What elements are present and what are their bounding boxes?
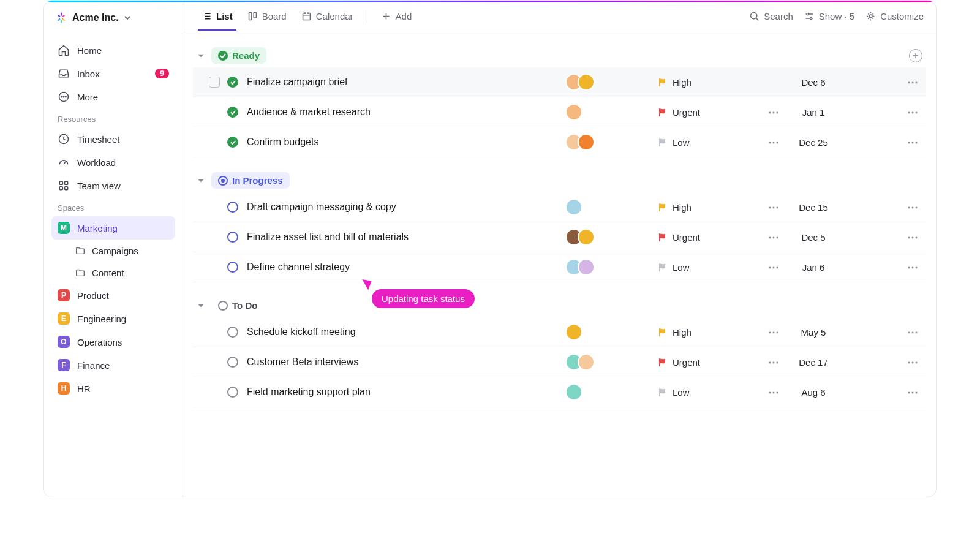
task-row[interactable]: Finalize asset list and bill of material…	[193, 222, 926, 252]
task-row[interactable]: Finalize campaign brief High Dec 6 ⋯	[193, 67, 926, 97]
task-row[interactable]: Draft campaign messaging & copy High ⋯ D…	[193, 192, 926, 222]
task-assignees[interactable]	[565, 353, 657, 371]
assignee-avatar[interactable]	[565, 323, 582, 341]
assignee-avatar[interactable]	[578, 134, 595, 151]
status-chip[interactable]: To Do	[211, 297, 264, 314]
collapse-icon[interactable]	[197, 176, 205, 185]
collapse-icon[interactable]	[197, 301, 205, 310]
space-item-product[interactable]: PProduct	[51, 284, 175, 307]
space-item-finance[interactable]: FFinance	[51, 353, 175, 377]
task-assignees[interactable]	[565, 104, 657, 121]
task-name[interactable]: Audience & market research	[247, 107, 565, 118]
task-subtasks-button[interactable]: ⋯	[761, 230, 786, 244]
nav-home[interactable]: Home	[51, 39, 175, 62]
nav-more[interactable]: More	[51, 85, 175, 108]
task-priority[interactable]: Low	[657, 262, 761, 273]
task-due-date[interactable]: May 5	[786, 327, 841, 338]
task-more-button[interactable]: ⋯	[903, 260, 922, 274]
task-more-button[interactable]: ⋯	[903, 200, 922, 214]
assignee-avatar[interactable]	[565, 383, 582, 401]
assignee-avatar[interactable]	[578, 74, 595, 91]
nav-workload[interactable]: Workload	[51, 151, 175, 174]
task-priority[interactable]: Urgent	[657, 357, 761, 368]
nav-inbox[interactable]: Inbox 9	[51, 62, 175, 85]
task-name[interactable]: Field marketing support plan	[247, 387, 565, 398]
task-row[interactable]: Schedule kickoff meeting High ⋯ May 5 ⋯	[193, 317, 926, 347]
task-due-date[interactable]: Aug 6	[786, 387, 841, 398]
folder-item-content[interactable]: Content	[51, 262, 175, 284]
task-more-button[interactable]: ⋯	[903, 75, 922, 89]
view-tab-add[interactable]: Add	[375, 2, 418, 30]
task-assignees[interactable]	[565, 134, 657, 151]
task-more-button[interactable]: ⋯	[903, 105, 922, 119]
task-assignees[interactable]	[565, 323, 657, 341]
collapse-icon[interactable]	[197, 51, 205, 60]
task-due-date[interactable]: Dec 25	[786, 137, 841, 148]
group-header-inprogress[interactable]: In Progress	[193, 168, 926, 192]
workspace-switcher[interactable]: Acme Inc.	[51, 9, 175, 26]
view-tab-calendar[interactable]: Calendar	[295, 2, 360, 30]
task-name[interactable]: Draft campaign messaging & copy	[247, 202, 565, 213]
assignee-avatar[interactable]	[578, 353, 595, 371]
assignee-avatar[interactable]	[578, 229, 595, 246]
task-subtasks-button[interactable]: ⋯	[761, 105, 786, 119]
task-assignees[interactable]	[565, 383, 657, 401]
space-item-hr[interactable]: HHR	[51, 377, 175, 400]
status-circle-progress[interactable]	[227, 262, 238, 273]
task-due-date[interactable]: Dec 6	[786, 77, 841, 88]
task-due-date[interactable]: Jan 1	[786, 107, 841, 118]
task-more-button[interactable]: ⋯	[903, 355, 922, 369]
folder-item-campaigns[interactable]: Campaigns	[51, 240, 175, 262]
status-circle-todo[interactable]	[227, 327, 238, 338]
status-chip[interactable]: Ready	[211, 47, 266, 64]
status-circle-done[interactable]	[227, 77, 238, 88]
task-priority[interactable]: Urgent	[657, 232, 761, 243]
status-circle-progress[interactable]	[227, 202, 238, 213]
status-chip[interactable]: In Progress	[211, 172, 290, 189]
view-tab-list[interactable]: List	[195, 2, 239, 30]
task-row[interactable]: Confirm budgets Low ⋯ Dec 25 ⋯	[193, 127, 926, 157]
status-circle-progress[interactable]	[227, 232, 238, 243]
task-priority[interactable]: Urgent	[657, 107, 761, 118]
customize-action[interactable]: Customize	[865, 11, 924, 21]
task-name[interactable]: Define channel strategy	[247, 262, 565, 273]
task-subtasks-button[interactable]: ⋯	[761, 355, 786, 369]
task-due-date[interactable]: Dec 5	[786, 232, 841, 243]
status-circle-todo[interactable]	[227, 387, 238, 398]
task-more-button[interactable]: ⋯	[903, 230, 922, 244]
space-item-engineering[interactable]: EEngineering	[51, 307, 175, 330]
nav-teamview[interactable]: Team view	[51, 174, 175, 197]
task-name[interactable]: Finalize campaign brief	[247, 77, 565, 88]
assignee-avatar[interactable]	[578, 259, 595, 276]
search-action[interactable]: Search	[749, 11, 793, 21]
space-item-marketing[interactable]: MMarketing	[51, 216, 175, 240]
add-task-button[interactable]	[909, 49, 922, 62]
task-subtasks-button[interactable]: ⋯	[761, 260, 786, 274]
task-row[interactable]: Define channel strategy Low ⋯ Jan 6 ⋯	[193, 252, 926, 282]
task-assignees[interactable]	[565, 198, 657, 216]
status-circle-done[interactable]	[227, 107, 238, 118]
task-priority[interactable]: Low	[657, 387, 761, 398]
task-due-date[interactable]: Dec 15	[786, 202, 841, 213]
task-due-date[interactable]: Jan 6	[786, 262, 841, 273]
group-header-todo[interactable]: To Do	[193, 293, 926, 317]
task-row[interactable]: Field marketing support plan Low ⋯ Aug 6…	[193, 377, 926, 407]
task-due-date[interactable]: Dec 17	[786, 357, 841, 368]
task-subtasks-button[interactable]: ⋯	[761, 200, 786, 214]
task-more-button[interactable]: ⋯	[903, 385, 922, 399]
task-more-button[interactable]: ⋯	[903, 135, 922, 149]
task-name[interactable]: Customer Beta interviews	[247, 357, 565, 368]
task-row[interactable]: Customer Beta interviews Urgent ⋯ Dec 17…	[193, 347, 926, 377]
show-action[interactable]: Show · 5	[804, 11, 854, 21]
group-header-ready[interactable]: Ready	[193, 43, 926, 67]
task-subtasks-button[interactable]: ⋯	[761, 385, 786, 399]
task-assignees[interactable]	[565, 74, 657, 91]
task-priority[interactable]: High	[657, 327, 761, 338]
task-checkbox[interactable]	[209, 77, 220, 88]
task-row[interactable]: Audience & market research Urgent ⋯ Jan …	[193, 97, 926, 127]
task-subtasks-button[interactable]: ⋯	[761, 325, 786, 339]
task-priority[interactable]: High	[657, 77, 761, 88]
status-circle-done[interactable]	[227, 137, 238, 148]
task-name[interactable]: Schedule kickoff meeting	[247, 327, 565, 338]
task-assignees[interactable]	[565, 229, 657, 246]
